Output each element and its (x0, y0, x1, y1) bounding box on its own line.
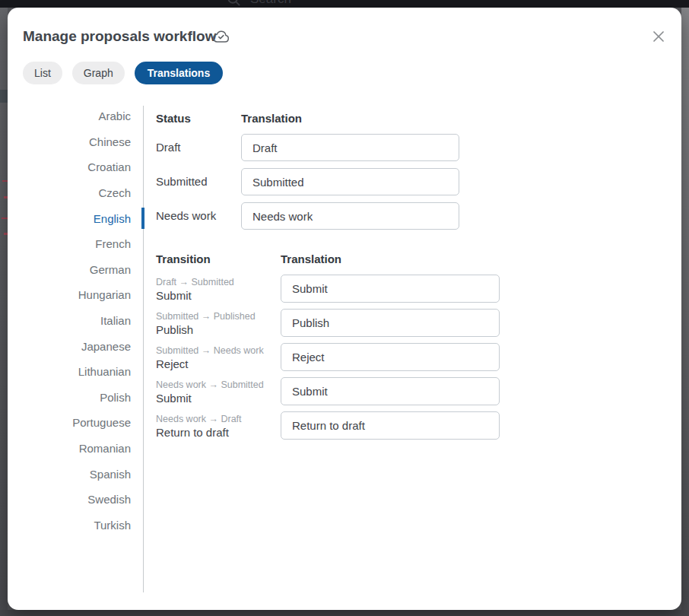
transition-translation-input-reject[interactable] (281, 343, 500, 371)
close-button[interactable] (649, 27, 668, 46)
language-item-swedish[interactable]: Swedish (8, 487, 131, 513)
transition-translation-input-publish[interactable] (281, 309, 500, 337)
language-list: Arabic Chinese Croatian Czech English Fr… (8, 103, 131, 538)
tab-list[interactable]: List (23, 62, 62, 84)
transition-path: Needs work → Draft (156, 414, 278, 425)
language-item-romanian[interactable]: Romanian (8, 436, 131, 462)
language-item-french[interactable]: French (8, 231, 131, 257)
language-item-czech[interactable]: Czech (8, 180, 131, 206)
transition-translation-input-return-to-draft[interactable] (281, 411, 500, 440)
language-list-divider (143, 106, 144, 592)
modal-title: Manage proposals workflow (23, 28, 216, 45)
background-search-label: Search (250, 0, 291, 7)
language-item-portuguese[interactable]: Portuguese (8, 410, 131, 436)
transition-cell-needs-work-draft: Needs work → Draft Return to draft (156, 414, 278, 440)
language-item-spanish[interactable]: Spanish (8, 461, 131, 487)
transition-translation-input-submit-1[interactable] (281, 275, 500, 303)
transition-path: Needs work → Submitted (156, 379, 278, 391)
transition-cell-submitted-published: Submitted → Published Publish (156, 311, 278, 337)
transition-path: Draft → Submitted (156, 277, 278, 288)
language-item-arabic[interactable]: Arabic (8, 103, 131, 129)
close-icon (651, 29, 666, 44)
status-column-header: Status (156, 112, 191, 125)
tab-translations[interactable]: Translations (135, 62, 223, 84)
transition-translation-input-submit-2[interactable] (281, 377, 500, 405)
view-tabs: List Graph Translations (23, 62, 223, 84)
background-fragment (2, 180, 8, 182)
transition-cell-draft-submitted: Draft → Submitted Submit (156, 277, 278, 303)
language-item-turkish[interactable]: Turkish (8, 513, 131, 538)
background-fragment (2, 218, 8, 219)
transition-column-header: Transition (156, 252, 211, 265)
status-label-submitted: Submitted (156, 168, 208, 195)
language-item-german[interactable]: German (8, 257, 131, 283)
status-translation-input-needs-work[interactable] (241, 202, 459, 230)
transition-label: Reject (156, 357, 278, 371)
language-item-lithuanian[interactable]: Lithuanian (8, 359, 131, 385)
transition-label: Return to draft (156, 426, 278, 440)
status-label-needs-work: Needs work (156, 202, 216, 230)
transition-label: Submit (156, 392, 278, 405)
background-page-left-fragment (0, 8, 8, 616)
language-item-polish[interactable]: Polish (8, 385, 131, 411)
status-label-draft: Draft (156, 134, 181, 161)
transition-translation-column-header: Translation (281, 252, 341, 265)
transition-path: Submitted → Published (156, 311, 278, 322)
language-item-english[interactable]: English (8, 205, 131, 231)
language-item-italian[interactable]: Italian (8, 308, 131, 334)
language-item-hungarian[interactable]: Hungarian (8, 282, 131, 308)
tab-graph[interactable]: Graph (72, 62, 125, 84)
manage-workflow-modal: Manage proposals workflow List Graph Tra… (8, 8, 681, 610)
transition-cell-needs-work-submitted: Needs work → Submitted Submit (156, 379, 278, 405)
transition-path: Submitted → Needs work (156, 345, 278, 357)
background-page-bottom-fragment (0, 610, 689, 616)
background-fragment (0, 90, 8, 103)
transition-cell-submitted-needs-work: Submitted → Needs work Reject (156, 345, 278, 371)
background-page-right-fragment (681, 8, 689, 616)
background-topbar: Search (0, 0, 689, 8)
transition-label: Publish (156, 323, 278, 337)
status-translation-input-submitted[interactable] (241, 168, 459, 195)
cloud-check-icon (212, 28, 230, 45)
background-searchbar: Search (227, 0, 291, 7)
selected-language-indicator (141, 208, 144, 229)
search-icon (227, 0, 241, 7)
status-translation-input-draft[interactable] (241, 134, 459, 161)
language-item-chinese[interactable]: Chinese (8, 129, 131, 155)
status-translation-column-header: Translation (241, 112, 302, 125)
transition-label: Submit (156, 289, 278, 303)
language-item-croatian[interactable]: Croatian (8, 154, 131, 180)
language-item-japanese[interactable]: Japanese (8, 333, 131, 359)
